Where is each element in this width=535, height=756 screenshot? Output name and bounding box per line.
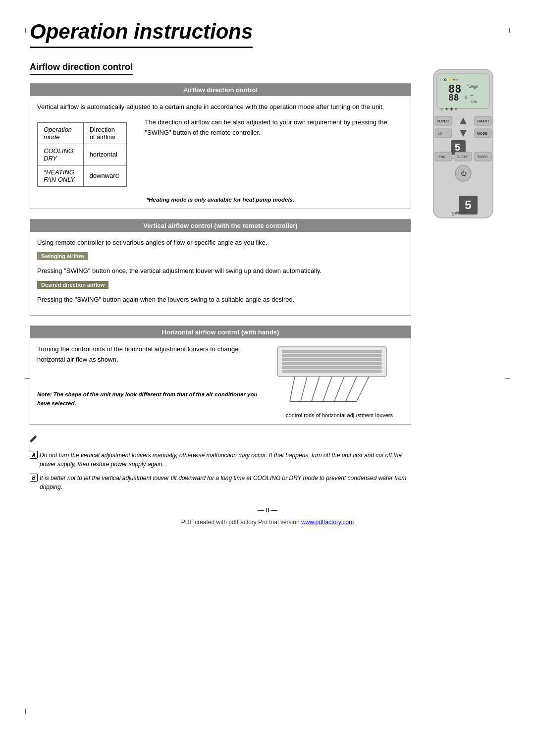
section1-intro: Vertical airflow is automatically adjust…: [37, 102, 404, 112]
swinging-badge: Swinging airflow: [37, 252, 88, 260]
svg-line-10: [323, 377, 332, 401]
svg-rect-4: [282, 362, 381, 365]
table-row-cooling: COOLING, DRY: [38, 144, 84, 165]
svg-line-8: [301, 377, 307, 401]
table-header-direction: Direction of airflow: [83, 122, 127, 144]
page-title: Operation instructions: [30, 20, 253, 48]
svg-text:FAN: FAN: [439, 155, 446, 159]
svg-rect-3: [282, 358, 381, 361]
horizontal-img-area: control rods of horizontal adjustment lo…: [275, 344, 404, 418]
svg-text:SUPER: SUPER: [437, 119, 449, 123]
svg-text:High: High: [471, 85, 478, 89]
desired-text: Pressing the "SWING" button again when t…: [37, 295, 404, 305]
desired-badge: Desired direction airflow: [37, 281, 108, 289]
page-number: — 8 —: [30, 506, 505, 514]
note-row-A: A Do not turn the vertical adjustment lo…: [30, 451, 411, 469]
footer-text: PDF created with pdfFactory Pro trial ve…: [181, 519, 301, 526]
svg-text:SLEEP: SLEEP: [457, 155, 469, 159]
note-row-B: B It is better not to let the vertical a…: [30, 474, 411, 491]
corner-mark-tr: |: [509, 27, 510, 33]
svg-rect-1: [282, 350, 381, 353]
svg-text:SMART: SMART: [477, 119, 490, 123]
table-val-horizontal: horizontal: [83, 144, 127, 165]
section3-text: Turning the control rods of the horizont…: [37, 344, 265, 365]
notes-section: A Do not turn the vertical adjustment lo…: [30, 434, 411, 491]
table-header-mode: Operation mode: [38, 122, 84, 144]
corner-mark-tl: |: [25, 27, 26, 33]
section3-img-label: control rods of horizontal adjustment lo…: [275, 412, 404, 418]
note-icon-a: A: [30, 451, 38, 459]
footer-link[interactable]: www.pdffactory.com: [301, 519, 354, 526]
airflow-info-box: Airflow direction control Vertical airfl…: [30, 83, 411, 209]
vertical-section: Vertical airflow control (with the remot…: [30, 219, 411, 316]
svg-text:⏻: ⏻: [461, 170, 467, 177]
svg-text:TIMER: TIMER: [477, 155, 488, 159]
vertical-section-header: Vertical airflow control (with the remot…: [30, 219, 411, 232]
svg-rect-5: [282, 366, 381, 369]
svg-text:Low: Low: [471, 100, 478, 103]
corner-mark-bl: |: [25, 708, 26, 714]
airflow-table: Operation mode Direction of airflow COOL…: [37, 122, 127, 187]
svg-text:88: 88: [448, 92, 459, 103]
section1-side-text: The direction of airflow can be also adj…: [145, 117, 404, 138]
side-mark-left: —: [25, 376, 30, 381]
svg-line-11: [334, 377, 344, 401]
svg-text:10: 10: [438, 132, 442, 135]
svg-line-13: [357, 377, 369, 401]
section1-footnote: *Heating mode is only available for heat…: [37, 197, 404, 203]
swinging-text: Pressing "SWING" button once, the vertic…: [37, 266, 404, 276]
svg-line-12: [346, 377, 357, 401]
section2-intro: Using remote controller to set various a…: [37, 238, 404, 248]
horizontal-section-header: Horizontal airflow control (with hands): [30, 326, 411, 338]
svg-rect-2: [282, 354, 381, 357]
section3-note: Note: The shape of the unit may look dif…: [37, 390, 265, 408]
note-a-text: Do not turn the vertical adjustment louv…: [40, 451, 411, 469]
svg-line-9: [312, 377, 320, 401]
svg-text:h: h: [465, 95, 467, 100]
svg-text:5: 5: [455, 142, 460, 153]
svg-text:☺ ★ ✚ ✦: ☺ ★ ✚ ✦: [440, 107, 458, 111]
side-mark-right: —: [505, 376, 510, 381]
svg-line-7: [290, 377, 295, 401]
page-footer: PDF created with pdfFactory Pro trial ve…: [30, 519, 505, 526]
horizontal-section: Horizontal airflow control (with hands) …: [30, 325, 411, 425]
svg-rect-6: [282, 370, 381, 373]
note-b-text: It is better not to let the vertical adj…: [40, 474, 411, 491]
airflow-box-header: Airflow direction control: [30, 84, 411, 96]
table-row-heating: *HEATING,FAN ONLY: [38, 165, 84, 186]
svg-text:═: ═: [470, 94, 473, 97]
ac-unit-svg: [275, 344, 394, 409]
table-val-downward: downward: [83, 165, 127, 186]
svg-text:☆ ✿ ⚡ ♦ ○: ☆ ✿ ⚡ ♦ ○: [440, 77, 458, 82]
svg-text:MODE: MODE: [477, 132, 487, 135]
section1-heading: Airflow direction control: [30, 62, 133, 75]
note-icon-b: B: [30, 474, 38, 482]
remote-side: ☆ ✿ ⚡ ♦ ○ 88 °C High 88 h ═ Low ☺ ★ ✚ ✦: [421, 62, 505, 215]
pencil-icon: [30, 434, 38, 442]
